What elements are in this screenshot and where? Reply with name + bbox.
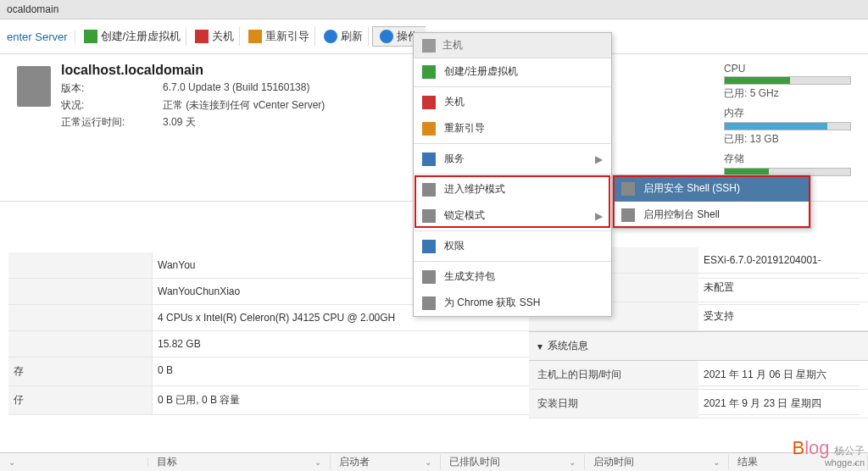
tasks-col-queued[interactable]: 已排队时间⌄ <box>441 455 585 469</box>
vcenter-link[interactable]: enter Server <box>7 30 68 43</box>
menu-support[interactable]: 生成支持包 <box>414 263 611 290</box>
ssh-icon <box>621 182 635 196</box>
chevron-down-icon: ▾ <box>537 341 542 352</box>
services-icon <box>422 152 436 166</box>
host-small-icon <box>422 39 436 53</box>
shutdown-button[interactable]: 关机 <box>190 27 240 46</box>
reboot-button[interactable]: 重新引导 <box>243 27 315 46</box>
image-profile-value: ESXi-6.7.0-20191204001- <box>698 247 868 273</box>
menu-header: 主机 <box>414 33 611 58</box>
tasks-col-1[interactable]: ⌄ <box>0 457 148 467</box>
create-vm-icon <box>422 65 436 79</box>
create-vm-button[interactable]: 创建/注册虚拟机 <box>79 27 187 46</box>
reboot-label: 重新引导 <box>265 29 309 44</box>
hostdate-value: 2021 年 11 月 06 日 星期六 <box>698 361 868 389</box>
reboot-icon <box>422 122 436 136</box>
maintenance-icon <box>422 183 436 197</box>
cpu-meter-title: CPU <box>724 63 851 75</box>
menu-chrome-ssh[interactable]: 为 Chrome 获取 SSH <box>414 290 611 316</box>
dropdown-icon: ⌄ <box>713 457 720 467</box>
create-vm-label: 创建/注册虚拟机 <box>101 29 181 44</box>
shutdown-icon <box>195 30 209 43</box>
menu-shutdown[interactable]: 关机 <box>414 89 611 115</box>
shutdown-icon <box>422 96 436 109</box>
tasks-col-initiator[interactable]: 启动者⌄ <box>331 455 441 469</box>
menu-create-vm[interactable]: 创建/注册虚拟机 <box>414 58 611 85</box>
tasks-col-start[interactable]: 启动时间⌄ <box>585 455 729 469</box>
submenu-enable-console[interactable]: 启用控制台 Shell <box>613 202 810 228</box>
shutdown-label: 关机 <box>212 29 234 44</box>
services-submenu: 启用安全 Shell (SSH) 启用控制台 Shell <box>612 175 811 229</box>
mem-meter-used: 已用: 13 GB <box>724 132 851 147</box>
menu-services[interactable]: 服务▶ <box>414 146 611 172</box>
watermark: Blog 杨公子 whgge.cn <box>792 437 865 468</box>
state-label: 状况: <box>61 98 163 113</box>
mem-meter-title: 内存 <box>724 106 851 120</box>
lockdown-icon <box>422 209 436 223</box>
cpu-label <box>8 305 153 330</box>
chrome-icon <box>422 296 436 310</box>
submenu-enable-ssh[interactable]: 启用安全 Shell (SSH) <box>613 175 810 202</box>
dropdown-icon: ⌄ <box>569 457 576 467</box>
hw-label <box>8 252 153 278</box>
hostdate-label: 主机上的日期/时间 <box>529 361 698 389</box>
dropdown-icon: ⌄ <box>8 457 15 467</box>
create-vm-icon <box>84 30 97 43</box>
actions-menu: 主机 创建/注册虚拟机 关机 重新引导 服务▶ 进入维护模式 锁定模式▶ 权限 … <box>413 32 612 317</box>
host-title: localhost.localdomain <box>61 63 325 78</box>
dropdown-icon: ⌄ <box>314 457 321 467</box>
install-label: 安装日期 <box>529 390 698 418</box>
version-value: 6.7.0 Update 3 (Build 15160138) <box>163 81 309 96</box>
chevron-right-icon: ▶ <box>595 210 603 222</box>
support-icon <box>422 270 436 284</box>
permissions-icon <box>422 240 436 253</box>
chevron-right-icon: ▶ <box>595 153 603 165</box>
vsphere-value: 未配置 <box>698 274 868 302</box>
refresh-label: 刷新 <box>341 29 363 44</box>
system-info-header[interactable]: ▾系统信息 <box>529 331 868 361</box>
reboot-icon <box>248 30 262 43</box>
model-label <box>8 279 153 304</box>
state-value: 正常 (未连接到任何 vCenter Server) <box>163 98 325 113</box>
refresh-button[interactable]: 刷新 <box>319 27 369 46</box>
menu-reboot[interactable]: 重新引导 <box>414 115 611 141</box>
supported-value: 受支持 <box>698 302 868 330</box>
cpu-meter-used: 已用: 5 GHz <box>724 86 851 101</box>
cpu-meter-fill <box>725 77 790 84</box>
install-value: 2021 年 9 月 23 日 星期四 <box>698 390 868 418</box>
version-label: 版本: <box>61 81 163 96</box>
tasks-col-target[interactable]: 目标⌄ <box>148 455 331 469</box>
uptime-value: 3.09 天 <box>163 115 196 130</box>
breadcrumb: ocaldomain <box>0 0 868 19</box>
console-icon <box>621 208 635 222</box>
menu-maintenance[interactable]: 进入维护模式 <box>414 176 611 202</box>
host-icon <box>17 66 51 107</box>
uptime-label: 正常运行时间: <box>61 115 163 130</box>
tasks-header: ⌄ 目标⌄ 启动者⌄ 已排队时间⌄ 启动时间⌄ 结果⌄ <box>0 452 868 471</box>
mem-label <box>8 331 153 357</box>
pmem-label: 存 <box>8 357 153 385</box>
stor-meter-title: 存储 <box>724 152 851 166</box>
refresh-icon <box>324 30 337 43</box>
vflash-label: 仔 <box>8 386 153 414</box>
menu-permissions[interactable]: 权限 <box>414 233 611 259</box>
menu-lockdown[interactable]: 锁定模式▶ <box>414 202 611 229</box>
resource-meters: CPU 已用: 5 GHz 内存 已用: 13 GB 存储 用: 734.59 … <box>724 63 851 192</box>
mem-meter-fill <box>725 123 827 130</box>
gear-icon <box>380 30 393 43</box>
dropdown-icon: ⌄ <box>425 457 431 467</box>
